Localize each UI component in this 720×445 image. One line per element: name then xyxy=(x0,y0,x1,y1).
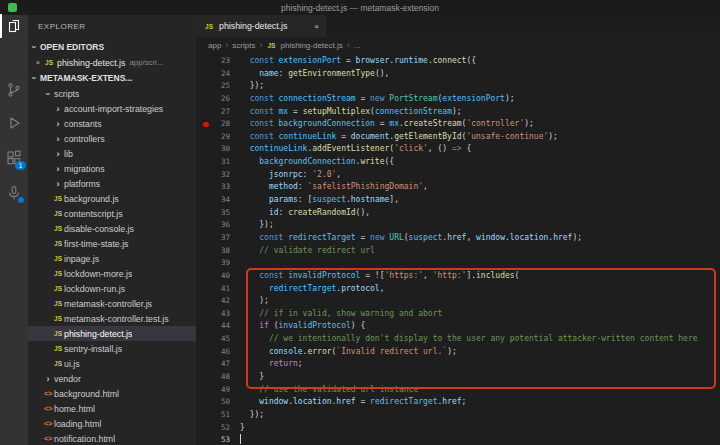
line-number[interactable]: 51 xyxy=(196,409,230,422)
code-line-34[interactable]: 34params: [suspect.hostname], xyxy=(196,194,720,207)
code-line-40[interactable]: 40const invalidProtocol = !['https:', 'h… xyxy=(196,270,720,283)
tree-item-notification.html[interactable]: <>notification.html xyxy=(28,431,196,445)
line-number[interactable]: 30 xyxy=(196,143,230,156)
line-number[interactable]: 23 xyxy=(196,55,230,68)
tree-item-lib[interactable]: ›lib xyxy=(28,146,196,161)
breadcrumb-item-scripts[interactable]: scripts xyxy=(232,41,255,50)
breadcrumb-item-symbol[interactable]: ... xyxy=(354,41,361,50)
open-editors-header[interactable]: › OPEN EDITORS xyxy=(28,39,196,55)
line-number[interactable]: 47 xyxy=(196,358,230,371)
activity-source-control-button[interactable] xyxy=(6,82,22,98)
tree-item-account-import-strategies[interactable]: ›account-import-strategies xyxy=(28,101,196,116)
line-number[interactable]: 33 xyxy=(196,181,230,194)
code-line-45[interactable]: 45// we intentionally don't display to t… xyxy=(196,333,720,346)
tab-close-icon[interactable]: × xyxy=(314,22,319,31)
line-number[interactable]: 43 xyxy=(196,308,230,321)
tree-item-loading.html[interactable]: <>loading.html xyxy=(28,416,196,431)
line-number[interactable]: 31 xyxy=(196,156,230,169)
line-number[interactable]: 39 xyxy=(196,257,230,270)
code-line-31[interactable]: 31backgroundConnection.write({ xyxy=(196,156,720,169)
breadcrumb-item-app[interactable]: app xyxy=(208,41,221,50)
line-number[interactable]: 49 xyxy=(196,384,230,397)
close-icon[interactable]: × xyxy=(33,58,43,67)
line-number[interactable]: 42 xyxy=(196,295,230,308)
code-line-32[interactable]: 32jsonrpc: '2.0', xyxy=(196,169,720,182)
open-editor-item[interactable]: × JS phishing-detect.js app/scri... xyxy=(28,55,196,70)
code-line-49[interactable]: 49// use the validated url instance xyxy=(196,384,720,397)
tree-item-lockdown-more.js[interactable]: JSlockdown-more.js xyxy=(28,266,196,281)
code-line-26[interactable]: 26const connectionStream = new PortStrea… xyxy=(196,93,720,106)
code-line-24[interactable]: 24name: getEnvironmentType(), xyxy=(196,68,720,81)
code-line-47[interactable]: 47return; xyxy=(196,358,720,371)
code-line-50[interactable]: 50window.location.href = redirectTarget.… xyxy=(196,396,720,409)
code-line-43[interactable]: 43// if in valid, show warning and abort xyxy=(196,308,720,321)
tree-item-migrations[interactable]: ›migrations xyxy=(28,161,196,176)
activity-run-debug-button[interactable] xyxy=(6,115,22,131)
tree-item-ui.js[interactable]: JSui.js xyxy=(28,356,196,371)
line-number[interactable]: 44 xyxy=(196,320,230,333)
code-line-44[interactable]: 44if (invalidProtocol) { xyxy=(196,320,720,333)
line-number[interactable]: 40 xyxy=(196,270,230,283)
tree-item-metamask-controller.js[interactable]: JSmetamask-controller.js xyxy=(28,296,196,311)
breakpoint-icon[interactable] xyxy=(203,122,209,128)
line-number[interactable]: 32 xyxy=(196,169,230,182)
code-area[interactable]: 23const extensionPort = browser.runtime.… xyxy=(196,53,720,445)
line-number[interactable]: 27 xyxy=(196,106,230,119)
code-line-36[interactable]: 36}); xyxy=(196,219,720,232)
tree-item-sentry-install.js[interactable]: JSsentry-install.js xyxy=(28,341,196,356)
line-number[interactable]: 25 xyxy=(196,80,230,93)
tree-item-vendor[interactable]: ›vendor xyxy=(28,371,196,386)
tree-item-controllers[interactable]: ›controllers xyxy=(28,131,196,146)
line-number[interactable]: 28 xyxy=(196,118,230,131)
line-number[interactable]: 41 xyxy=(196,283,230,296)
tree-item-background.js[interactable]: JSbackground.js xyxy=(28,191,196,206)
line-number[interactable]: 45 xyxy=(196,333,230,346)
tree-item-background.html[interactable]: <>background.html xyxy=(28,386,196,401)
line-number[interactable]: 50 xyxy=(196,396,230,409)
line-number[interactable]: 48 xyxy=(196,371,230,384)
code-line-38[interactable]: 38// validate redirect url xyxy=(196,245,720,258)
breadcrumb-item-file[interactable]: phishing-detect.js xyxy=(280,41,342,50)
tree-item-lockdown-run.js[interactable]: JSlockdown-run.js xyxy=(28,281,196,296)
tree-item-home.html[interactable]: <>home.html xyxy=(28,401,196,416)
code-line-51[interactable]: 51}); xyxy=(196,409,720,422)
activity-explorer-button[interactable] xyxy=(6,18,22,34)
activity-microphone-button[interactable] xyxy=(6,185,22,201)
code-line-25[interactable]: 25}); xyxy=(196,80,720,93)
workspace-header[interactable]: › METAMASK-EXTENS... xyxy=(28,70,196,86)
tree-item-contentscript.js[interactable]: JScontentscript.js xyxy=(28,206,196,221)
tree-item-disable-console.js[interactable]: JSdisable-console.js xyxy=(28,221,196,236)
code-line-39[interactable]: 39 xyxy=(196,257,720,270)
code-line-35[interactable]: 35id: createRandomId(), xyxy=(196,207,720,220)
line-number[interactable]: 26 xyxy=(196,93,230,106)
line-number[interactable]: 37 xyxy=(196,232,230,245)
code-line-29[interactable]: 29const continueLink = document.getEleme… xyxy=(196,131,720,144)
tree-item-inpage.js[interactable]: JSinpage.js xyxy=(28,251,196,266)
activity-extensions-button[interactable]: 1 xyxy=(6,150,22,166)
line-number[interactable]: 46 xyxy=(196,346,230,359)
tree-item-scripts[interactable]: ›scripts xyxy=(28,86,196,101)
code-line-46[interactable]: 46console.error(`Invalid redirect url.`)… xyxy=(196,346,720,359)
tree-item-phishing-detect.js[interactable]: JSphishing-detect.js xyxy=(28,326,196,341)
code-line-52[interactable]: 52} xyxy=(196,422,720,435)
code-line-28[interactable]: 28const backgroundConnection = mx.create… xyxy=(196,118,720,131)
code-line-41[interactable]: 41redirectTarget.protocol, xyxy=(196,283,720,296)
line-number[interactable]: 29 xyxy=(196,131,230,144)
line-number[interactable]: 52 xyxy=(196,422,230,435)
line-number[interactable]: 38 xyxy=(196,245,230,258)
code-line-30[interactable]: 30continueLink.addEventListener('click',… xyxy=(196,143,720,156)
code-line-27[interactable]: 27const mx = setupMultiplex(connectionSt… xyxy=(196,106,720,119)
tree-item-platforms[interactable]: ›platforms xyxy=(28,176,196,191)
tree-item-metamask-controller.test.js[interactable]: JSmetamask-controller.test.js xyxy=(28,311,196,326)
line-number[interactable]: 34 xyxy=(196,194,230,207)
code-line-42[interactable]: 42); xyxy=(196,295,720,308)
tree-item-constants[interactable]: ›constants xyxy=(28,116,196,131)
code-line-48[interactable]: 48} xyxy=(196,371,720,384)
code-line-37[interactable]: 37const redirectTarget = new URL(suspect… xyxy=(196,232,720,245)
tab-phishing-detect[interactable]: JS phishing-detect.js × xyxy=(196,15,326,37)
tree-item-first-time-state.js[interactable]: JSfirst-time-state.js xyxy=(28,236,196,251)
line-number[interactable]: 35 xyxy=(196,207,230,220)
code-line-53[interactable]: 53 xyxy=(196,434,720,445)
code-line-33[interactable]: 33method: 'safelistPhishingDomain', xyxy=(196,181,720,194)
line-number[interactable]: 24 xyxy=(196,68,230,81)
